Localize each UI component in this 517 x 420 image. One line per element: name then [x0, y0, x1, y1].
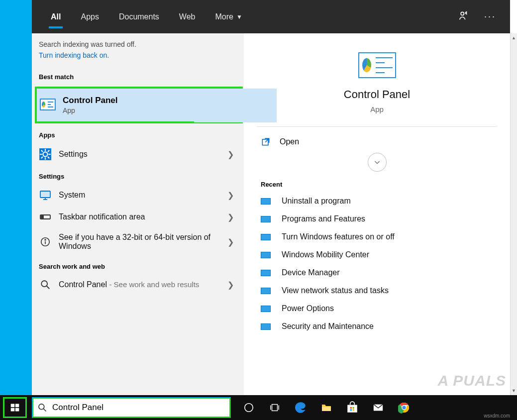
- chevron-right-icon: ❯: [227, 237, 234, 247]
- detail-header: Control Panel App: [257, 33, 497, 127]
- chevron-right-icon: ❯: [227, 191, 234, 200]
- result-system[interactable]: System ❯: [32, 184, 244, 206]
- recent-label: Windows Mobility Center: [282, 250, 369, 259]
- indexing-notice: Search indexing was turned off. Turn ind…: [32, 40, 244, 66]
- turn-indexing-on-link[interactable]: Turn indexing back on.: [39, 51, 237, 59]
- svg-rect-24: [11, 408, 15, 412]
- result-suffix: - See work and web results: [109, 280, 199, 289]
- mail-button[interactable]: [365, 395, 391, 420]
- settings-icon: [39, 148, 52, 161]
- result-label: Settings: [59, 150, 227, 159]
- microsoft-store-button[interactable]: [339, 395, 365, 420]
- tab-apps[interactable]: Apps: [71, 0, 108, 33]
- tab-label: Web: [179, 12, 196, 21]
- tab-label: Apps: [81, 12, 99, 21]
- tab-all[interactable]: All: [41, 0, 71, 33]
- result-32-64-bit[interactable]: See if you have a 32-bit or 64-bit versi…: [32, 228, 244, 256]
- recent-power-options[interactable]: Power Options: [256, 300, 498, 317]
- scroll-up-icon[interactable]: ▲: [511, 33, 517, 42]
- result-taskbar-notification[interactable]: Taskbar notification area ❯: [32, 206, 244, 228]
- recent-uninstall-program[interactable]: Uninstall a program: [256, 192, 498, 210]
- circle-icon: [243, 402, 254, 413]
- chevron-down-icon: ▼: [236, 13, 242, 20]
- monitor-icon: [39, 189, 52, 201]
- file-explorer-button[interactable]: [313, 395, 339, 420]
- cortana-button[interactable]: [236, 395, 262, 420]
- section-best-match: Best match: [32, 66, 244, 85]
- cpl-icon: [261, 323, 271, 330]
- task-view-icon: [269, 402, 281, 413]
- options-icon[interactable]: ···: [484, 11, 496, 22]
- recent-windows-features[interactable]: Turn Windows features on or off: [256, 228, 498, 246]
- open-action[interactable]: Open: [244, 127, 510, 148]
- expand-button[interactable]: [368, 153, 387, 172]
- recent-label: Power Options: [282, 304, 334, 313]
- recent-list: Uninstall a program Programs and Feature…: [244, 192, 510, 335]
- taskbar-pinned-apps: [236, 395, 417, 420]
- svg-rect-22: [11, 404, 15, 408]
- cpl-icon: [261, 288, 271, 294]
- taskbar-icon: [39, 211, 52, 223]
- task-view-button[interactable]: [262, 395, 288, 420]
- cpl-icon: [261, 306, 271, 312]
- detail-subtitle: App: [370, 105, 384, 113]
- recent-label: Programs and Features: [282, 214, 365, 223]
- info-icon: [39, 236, 52, 247]
- search-icon: [39, 279, 52, 290]
- edge-icon: [294, 401, 307, 414]
- tab-more[interactable]: More ▼: [205, 0, 252, 33]
- best-match-result[interactable]: Control Panel App: [35, 87, 243, 123]
- vertical-scrollbar[interactable]: ▲ ▼: [510, 33, 517, 395]
- results-list: Search indexing was turned off. Turn ind…: [32, 33, 244, 395]
- recent-network-status[interactable]: View network status and tasks: [256, 282, 498, 300]
- cpl-icon: [261, 270, 271, 276]
- svg-point-19: [41, 281, 47, 287]
- tab-documents[interactable]: Documents: [109, 0, 169, 33]
- recent-label: View network status and tasks: [282, 286, 389, 295]
- tab-web[interactable]: Web: [169, 0, 206, 33]
- recent-mobility-center[interactable]: Windows Mobility Center: [256, 246, 498, 264]
- chevron-down-icon: [373, 158, 381, 166]
- cpl-icon: [261, 252, 271, 258]
- store-icon: [346, 401, 359, 414]
- result-work-and-web[interactable]: Control Panel - See work and web results…: [32, 274, 244, 295]
- result-body: Control Panel - See work and web results: [59, 280, 227, 289]
- recent-section-label: Recent: [244, 181, 510, 192]
- start-button[interactable]: [3, 397, 27, 418]
- taskbar-search-input[interactable]: Control Panel: [32, 397, 231, 418]
- open-icon: [261, 137, 271, 147]
- control-panel-icon: [358, 52, 396, 78]
- edge-button[interactable]: [288, 395, 313, 420]
- best-match-text: Control Panel App: [63, 96, 118, 114]
- open-label: Open: [280, 137, 299, 146]
- result-settings-app[interactable]: Settings ❯: [32, 143, 244, 166]
- recent-programs-features[interactable]: Programs and Features: [256, 210, 498, 228]
- best-match-row: Control Panel App: [32, 87, 244, 123]
- cpl-icon: [261, 216, 271, 222]
- nav-icons: ···: [458, 10, 501, 23]
- svg-rect-25: [15, 408, 19, 412]
- svg-rect-29: [272, 405, 278, 411]
- scroll-track[interactable]: [511, 42, 517, 386]
- svg-line-20: [47, 286, 50, 289]
- svg-point-0: [461, 12, 464, 15]
- scroll-down-icon[interactable]: ▼: [511, 386, 517, 395]
- recent-security-maintenance[interactable]: Security and Maintenance: [256, 317, 498, 335]
- mail-icon: [372, 402, 385, 413]
- svg-point-26: [39, 404, 44, 410]
- best-match-title: Control Panel: [63, 96, 118, 105]
- svg-line-27: [44, 409, 46, 412]
- svg-rect-23: [15, 404, 19, 408]
- best-match-subtitle: App: [63, 106, 118, 114]
- taskbar: Control Panel: [0, 395, 517, 420]
- feedback-icon[interactable]: [458, 10, 469, 23]
- chevron-right-icon: ❯: [227, 212, 234, 222]
- chevron-right-icon: ❯: [227, 150, 234, 159]
- control-panel-icon: [40, 99, 58, 111]
- section-apps: Apps: [32, 124, 244, 143]
- recent-device-manager[interactable]: Device Manager: [256, 264, 498, 282]
- svg-point-18: [45, 239, 46, 240]
- chevron-right-icon: ❯: [227, 280, 234, 290]
- chrome-button[interactable]: [391, 395, 417, 420]
- indexing-status-text: Search indexing was turned off.: [39, 40, 136, 48]
